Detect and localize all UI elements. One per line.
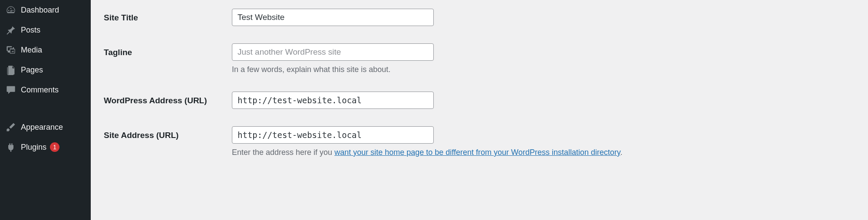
help-suffix: . [620, 148, 622, 157]
site-title-input[interactable] [232, 9, 434, 26]
sidebar-item-appearance[interactable]: Appearance [0, 117, 91, 137]
sidebar-item-pages[interactable]: Pages [0, 60, 91, 80]
sidebar-item-media[interactable]: Media [0, 40, 91, 60]
pages-icon [5, 64, 17, 76]
tagline-help-text: In a few words, explain what this site i… [232, 65, 855, 74]
sidebar-item-dashboard[interactable]: Dashboard [0, 0, 91, 20]
wp-address-input[interactable] [232, 92, 434, 109]
settings-form: Site Title Tagline In a few words, expla… [91, 0, 868, 220]
field-wp-address [232, 92, 855, 109]
label-site-title: Site Title [104, 9, 232, 23]
tagline-input[interactable] [232, 43, 434, 61]
sidebar-item-label: Comments [21, 85, 59, 95]
admin-sidebar: Dashboard Posts Media Pages Comments App… [0, 0, 91, 220]
sidebar-item-label: Dashboard [21, 6, 59, 15]
row-wp-address: WordPress Address (URL) [104, 92, 855, 109]
field-site-title [232, 9, 855, 26]
plug-icon [5, 141, 17, 153]
label-wp-address: WordPress Address (URL) [104, 92, 232, 105]
sidebar-item-label: Appearance [21, 123, 63, 132]
sidebar-item-label: Plugins [21, 143, 46, 152]
field-site-address: Enter the address here if you want your … [232, 126, 855, 157]
row-site-title: Site Title [104, 9, 855, 26]
sidebar-item-comments[interactable]: Comments [0, 80, 91, 100]
brush-icon [5, 121, 17, 133]
sidebar-item-label: Posts [21, 26, 40, 35]
sidebar-separator [0, 100, 91, 117]
help-prefix: Enter the address here if you [232, 148, 334, 157]
pin-icon [5, 24, 17, 36]
site-address-help-text: Enter the address here if you want your … [232, 148, 855, 157]
comment-icon [5, 84, 17, 95]
sidebar-item-plugins[interactable]: Plugins 1 [0, 137, 91, 157]
media-icon [5, 44, 17, 56]
sidebar-item-label: Media [21, 46, 42, 55]
sidebar-item-label: Pages [21, 66, 43, 75]
row-site-address: Site Address (URL) Enter the address her… [104, 126, 855, 157]
plugins-update-badge: 1 [50, 142, 59, 152]
site-address-input[interactable] [232, 126, 434, 144]
sidebar-item-posts[interactable]: Posts [0, 20, 91, 40]
site-address-help-link[interactable]: want your site home page to be different… [334, 148, 620, 157]
row-tagline: Tagline In a few words, explain what thi… [104, 43, 855, 74]
field-tagline: In a few words, explain what this site i… [232, 43, 855, 74]
label-tagline: Tagline [104, 43, 232, 57]
dashboard-icon [5, 4, 17, 16]
label-site-address: Site Address (URL) [104, 126, 232, 140]
